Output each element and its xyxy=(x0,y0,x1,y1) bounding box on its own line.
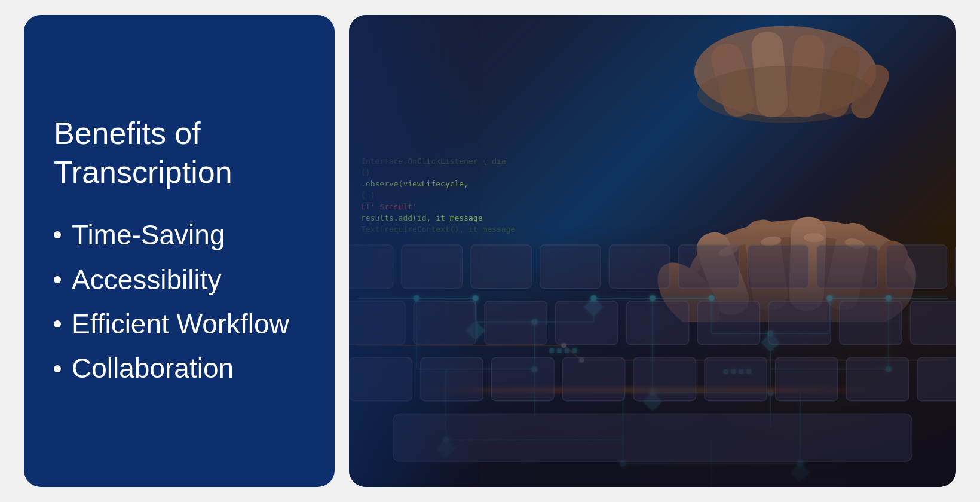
left-panel: Benefits of Transcription Time-Saving Ac… xyxy=(24,15,335,487)
svg-rect-98 xyxy=(840,301,902,344)
title-line-2: Transcription xyxy=(54,153,305,192)
svg-rect-110 xyxy=(917,357,956,400)
bullet-dot-3 xyxy=(54,320,61,327)
bullet-dot-2 xyxy=(54,276,61,283)
svg-rect-107 xyxy=(705,357,767,400)
svg-rect-105 xyxy=(562,357,624,400)
svg-rect-109 xyxy=(846,357,908,400)
svg-rect-84 xyxy=(678,244,739,287)
svg-rect-82 xyxy=(540,244,601,287)
bullet-item-collaboration: Collaboration xyxy=(54,349,305,387)
svg-rect-93 xyxy=(485,301,547,344)
svg-rect-99 xyxy=(911,301,956,344)
svg-rect-86 xyxy=(817,244,877,287)
right-panel: Interface.OnClickListener { dia () .obse… xyxy=(349,15,956,487)
svg-rect-87 xyxy=(886,244,947,287)
bullet-label-efficient-workflow: Efficient Workflow xyxy=(72,305,289,343)
bullet-item-accessibility: Accessibility xyxy=(54,261,305,299)
bullet-dot-4 xyxy=(54,365,61,372)
fade-overlay-left xyxy=(349,15,480,487)
title-block: Benefits of Transcription xyxy=(54,114,305,192)
bullet-label-collaboration: Collaboration xyxy=(72,349,234,387)
svg-rect-108 xyxy=(776,357,838,400)
title-line-1: Benefits of xyxy=(54,114,305,153)
svg-rect-95 xyxy=(627,301,689,344)
svg-point-6 xyxy=(697,66,874,123)
svg-rect-83 xyxy=(610,244,670,287)
bullet-item-efficient-workflow: Efficient Workflow xyxy=(54,305,305,343)
bullet-label-accessibility: Accessibility xyxy=(72,261,222,299)
bullet-dot-1 xyxy=(54,231,61,238)
svg-rect-106 xyxy=(633,357,696,400)
svg-rect-88 xyxy=(956,244,956,287)
svg-rect-94 xyxy=(556,301,618,344)
bullet-label-time-saving: Time-Saving xyxy=(72,216,225,254)
background-image: Interface.OnClickListener { dia () .obse… xyxy=(349,15,956,487)
svg-rect-85 xyxy=(748,244,808,287)
bullet-list: Time-Saving Accessibility Efficient Work… xyxy=(54,216,305,388)
bullet-item-time-saving: Time-Saving xyxy=(54,216,305,254)
svg-rect-96 xyxy=(697,301,760,344)
slide-container: Benefits of Transcription Time-Saving Ac… xyxy=(24,15,956,487)
svg-rect-97 xyxy=(768,301,831,344)
svg-rect-104 xyxy=(492,357,554,400)
